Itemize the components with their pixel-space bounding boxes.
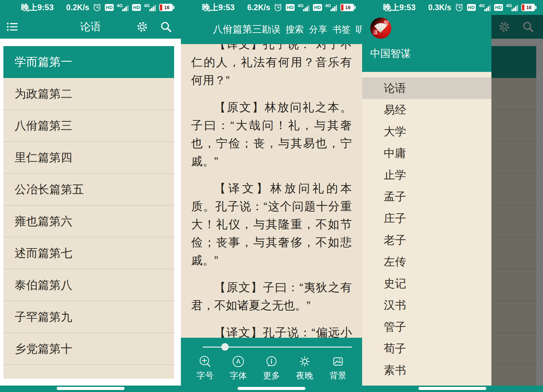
alarm-clock-icon [273, 3, 283, 12]
battery-percent: 16 [345, 5, 351, 10]
search-icon[interactable] [160, 21, 172, 33]
network-speed: 0.3K/s [428, 3, 451, 12]
reading-paragraph: 【原文】子曰：“夷狄之有君，不如诸夏之无也。” [191, 278, 352, 314]
svg-text:4G: 4G [117, 3, 123, 8]
dimmed-background-page[interactable] [491, 15, 543, 386]
svg-text:4G: 4G [325, 3, 331, 8]
phone-screen-chapter-list: 晚上9:53 0.2K/s HD 4G HD 4G 16 [0, 0, 181, 392]
action-listen[interactable]: 听书 [356, 23, 362, 36]
chapter-page: 学而篇第一 为政篇第二 八佾篇第三 里仁篇第四 公冶长篇第五 雍也篇第六 述而篇… [0, 39, 181, 386]
chapter-list-item[interactable]: 述而篇第七 [3, 237, 174, 269]
chapter-list-item[interactable]: 八佾篇第三 [3, 110, 174, 142]
font-size-button[interactable]: 字号 [196, 355, 213, 381]
book-list-item[interactable]: 论语 [362, 77, 491, 99]
screenshot-canvas: 晚上9:53 0.2K/s HD 4G HD 4G 16 [0, 0, 543, 392]
reader-actions: 勘误 搜索 分享 书签 听书 [262, 23, 362, 36]
font-family-icon: A [231, 355, 245, 368]
action-share[interactable]: 分享 [309, 23, 327, 36]
scrim-overlay[interactable] [491, 15, 543, 386]
book-list-item[interactable]: 老子 [362, 229, 491, 251]
book-list-item[interactable]: 孟子 [362, 186, 491, 208]
reader-app-bar: 八佾篇第三 勘误 搜索 分享 书签 听书 [181, 15, 362, 44]
book-list-item[interactable]: 庄子 [362, 208, 491, 229]
book-list: 论语 易经 大学 中庸 止学 孟子 庄子 老子 左传 史记 [362, 72, 491, 381]
book-list-item[interactable]: 易经 [362, 99, 491, 121]
slider-thumb[interactable] [221, 343, 229, 351]
signal-4g-icon-1: 4G [298, 3, 310, 12]
home-indicator[interactable] [57, 387, 125, 390]
hd-voice-icon: HD [494, 4, 503, 11]
book-list-item[interactable]: 汉书 [362, 294, 491, 316]
chapter-list-item[interactable]: 乡党篇第十 [3, 333, 174, 365]
hd-voice-icon: HD [132, 4, 141, 11]
chapter-list-item[interactable]: 雍也篇第六 [3, 205, 174, 237]
action-errata[interactable]: 勘误 [262, 23, 280, 36]
book-list-item[interactable]: 史记 [362, 273, 491, 294]
font-family-button[interactable]: A 字体 [230, 355, 247, 381]
status-icons: 6.2K/s HD 4G HD 4G 16 [247, 3, 354, 12]
chapter-list: 学而篇第一 为政篇第二 八佾篇第三 里仁篇第四 公冶长篇第五 雍也篇第六 述而篇… [3, 46, 174, 365]
reading-paragraph: 【原文】林放问礼之本。子曰：“大哉问！礼，与其奢也，宁俭；丧，与其易也，宁戚。” [191, 98, 352, 170]
background-image-icon [331, 355, 345, 368]
signal-4g-icon-2: 4G [144, 3, 156, 12]
reading-body: 【译文】孔子说：“对于不仁的人，礼法有何用？音乐有何用？” 【原文】林放问礼之本… [181, 44, 362, 338]
gear-icon[interactable] [136, 21, 148, 33]
home-indicator[interactable] [238, 387, 305, 390]
tool-label: 字体 [230, 370, 247, 381]
app-name: 中国智谋 [370, 47, 411, 61]
battery-icon: 16 [521, 4, 535, 11]
book-list-item[interactable]: 左传 [362, 251, 491, 273]
status-icons: 0.2K/s HD 4G HD 4G 16 [66, 3, 173, 12]
action-bookmark[interactable]: 书签 [332, 23, 351, 36]
tool-label: 字号 [196, 370, 213, 381]
book-list-item[interactable]: 止学 [362, 164, 491, 186]
status-time: 晚上9:53 [21, 2, 54, 13]
status-bar: 晚上9:53 0.2K/s HD 4G HD 4G 16 [0, 0, 181, 15]
gesture-nav-bar [362, 386, 543, 392]
battery-nub [535, 6, 537, 9]
reading-paragraph: 【译文】林放问礼的本质。孔子说：“这个问题十分重大！礼仪，与其隆重，不如节俭；丧… [191, 179, 352, 269]
hd-voice-icon: HD [467, 4, 476, 11]
brightness-slider[interactable] [203, 343, 352, 351]
reading-paragraph: 【译文】孔子说：“对于不仁的人，礼法有何用？音乐有何用？” [191, 44, 352, 89]
svg-text:A: A [236, 358, 241, 365]
more-button[interactable]: 更多 [263, 355, 280, 381]
night-mode-button[interactable]: 夜晚 [296, 355, 313, 381]
hd-voice-icon: HD [313, 4, 322, 11]
chapter-list-item-partial[interactable] [3, 365, 174, 379]
app-bar: 论语 [0, 15, 181, 39]
book-list-item[interactable]: 中庸 [362, 142, 491, 164]
chapter-list-item[interactable]: 里仁篇第四 [3, 142, 174, 174]
tool-label: 更多 [263, 370, 280, 381]
navigation-drawer: 智 谋 中国智谋 论语 易经 大学 中庸 止学 孟子 [362, 0, 491, 386]
network-speed: 0.2K/s [66, 3, 89, 12]
chapter-list-item[interactable]: 为政篇第二 [3, 78, 174, 110]
hd-voice-icon: HD [286, 4, 295, 11]
chapter-list-item[interactable]: 公冶长篇第五 [3, 174, 174, 205]
alarm-clock-icon [92, 3, 102, 12]
svg-text:4G: 4G [298, 3, 303, 8]
battery-percent: 16 [526, 5, 532, 10]
chapter-list-item[interactable]: 泰伯篇第八 [3, 269, 174, 301]
background-button[interactable]: 背景 [330, 355, 347, 381]
phone-screen-book-drawer: 晚上9:53 0.3K/s HD 4G HD 4G 16 [362, 0, 543, 392]
chapter-list-item[interactable]: 子罕篇第九 [3, 301, 174, 333]
battery-nub [354, 6, 356, 9]
gesture-nav-bar [0, 386, 181, 392]
chapter-list-item[interactable]: 学而篇第一 [3, 46, 174, 78]
book-list-item[interactable]: 管子 [362, 316, 491, 338]
book-list-item[interactable]: 素书 [362, 359, 491, 381]
action-search[interactable]: 搜索 [285, 23, 304, 36]
hd-voice-icon: HD [105, 4, 114, 11]
battery-low-fill [522, 4, 524, 11]
battery-low-fill [160, 4, 162, 11]
app-bar-actions [136, 21, 172, 33]
home-indicator[interactable] [418, 387, 486, 390]
book-list-item[interactable]: 荀子 [362, 338, 491, 359]
book-list-item[interactable]: 大学 [362, 121, 491, 142]
phone-screen-reader: 晚上9:53 6.2K/s HD 4G HD 4G 16 [181, 0, 362, 392]
menu-list-icon[interactable] [6, 21, 18, 33]
battery-icon: 16 [340, 4, 354, 11]
reader-toolbar: 字号 A 字体 更多 [181, 338, 362, 386]
svg-text:4G: 4G [479, 3, 485, 8]
